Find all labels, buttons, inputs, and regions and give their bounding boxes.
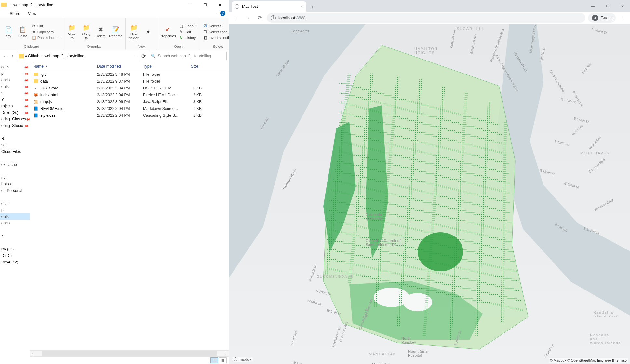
sidebar-item[interactable]: p xyxy=(0,207,30,213)
scroll-left-icon[interactable]: ‹ xyxy=(30,352,36,355)
sidebar-item[interactable]: cess📌 xyxy=(0,64,30,70)
nav-back-button[interactable]: ← xyxy=(2,52,8,60)
attr-osm[interactable]: © OpenStreetMap xyxy=(567,358,596,362)
breadcrumb-dropdown-icon[interactable]: ⌄ xyxy=(134,54,137,58)
sidebar-item[interactable]: sed xyxy=(0,142,30,148)
new-folder-button[interactable]: 📁New folder xyxy=(127,19,141,45)
new-item-button[interactable]: ✦ xyxy=(142,19,155,45)
paste-shortcut-button[interactable]: 📋Paste shortcut xyxy=(31,35,61,40)
browser-tab[interactable]: Map Test × xyxy=(232,1,306,12)
column-date[interactable]: Date modified xyxy=(94,64,140,69)
titlebar[interactable]: | webmap_2_storytelling — ☐ ✕ xyxy=(0,0,229,10)
breadcrumb[interactable]: « Github › webmap_2_storytelling ⌄ xyxy=(17,52,138,60)
menu-view[interactable]: View xyxy=(28,11,36,16)
copy-to-button[interactable]: 📁Copy to xyxy=(80,19,93,45)
sidebar-item[interactable]: ox.cache xyxy=(0,161,30,168)
browser-minimize-button[interactable]: — xyxy=(585,1,600,12)
sidebar-item[interactable]: Y📌 xyxy=(0,96,30,103)
menu-share[interactable]: Share xyxy=(10,11,20,16)
move-to-button[interactable]: 📁Move to xyxy=(65,19,78,45)
browser-menu-button[interactable]: ⋮ xyxy=(618,13,627,22)
scroll-right-icon[interactable]: › xyxy=(223,352,229,355)
paste-button[interactable]: 📋 Paste xyxy=(16,19,29,45)
copy-button[interactable]: 📄 opy xyxy=(2,19,15,45)
open-button[interactable]: ▢Open▾ xyxy=(178,23,198,29)
breadcrumb-item[interactable]: Github xyxy=(28,54,39,58)
help-icon[interactable]: ? xyxy=(220,11,225,16)
properties-button[interactable]: ✔Properties xyxy=(159,19,177,45)
history-button[interactable]: ↻History xyxy=(178,35,198,40)
breadcrumb-root[interactable]: « xyxy=(25,54,27,58)
horizontal-scrollbar[interactable]: ‹ › xyxy=(30,350,229,356)
sidebar-item[interactable]: ects xyxy=(0,200,30,207)
sidebar-item[interactable] xyxy=(0,155,30,161)
new-tab-button[interactable]: + xyxy=(308,3,317,12)
cut-button[interactable]: ✂Cut xyxy=(31,23,61,29)
attr-mapbox[interactable]: © Mapbox xyxy=(550,358,566,362)
nav-up-button[interactable]: ↑ xyxy=(9,52,16,60)
sidebar-item[interactable]: ents xyxy=(0,213,30,220)
sidebar-item[interactable] xyxy=(0,168,30,174)
profile-chip[interactable]: Guest xyxy=(588,13,616,23)
file-row[interactable]: .git2/13/2022 3:48 PMFile folder xyxy=(30,71,229,78)
tab-close-button[interactable]: × xyxy=(301,4,303,9)
sidebar-item[interactable]: s📌 xyxy=(0,90,30,96)
sidebar-item[interactable]: Cloud Files xyxy=(0,148,30,155)
delete-button[interactable]: ✖Delete xyxy=(94,19,107,45)
site-info-icon[interactable]: i xyxy=(271,15,276,20)
file-row[interactable]: 📘style.css2/13/2022 2:04 PMCascading Sty… xyxy=(30,112,229,119)
ribbon-collapse-icon[interactable]: ⌄ xyxy=(216,12,219,15)
attr-improve[interactable]: Improve this map xyxy=(597,358,627,362)
file-row[interactable]: 📜map.js2/13/2022 8:09 PMJavaScript File3… xyxy=(30,98,229,105)
sidebar-item[interactable]: hotos xyxy=(0,181,30,187)
sidebar-item[interactable]: ents📌 xyxy=(0,83,30,90)
file-row[interactable]: data2/13/2022 9:37 PMFile folder xyxy=(30,78,229,85)
map-viewport[interactable]: SUGAR HILLHAMILTONHEIGHTSMOTT HAVENMANHA… xyxy=(229,24,630,364)
rename-button[interactable]: 📝Rename xyxy=(108,19,123,45)
file-row[interactable]: 🦊index.html2/13/2022 2:04 PMFirefox HTML… xyxy=(30,91,229,98)
view-icons-button[interactable]: ▦ xyxy=(219,357,227,363)
browser-reload-button[interactable]: ⟳ xyxy=(255,13,264,22)
column-type[interactable]: Type xyxy=(140,64,179,69)
mapbox-logo[interactable]: mapbox xyxy=(232,357,253,362)
sidebar-item[interactable] xyxy=(0,239,30,246)
copy-path-button[interactable]: ⧉Copy path xyxy=(31,29,61,34)
breadcrumb-item[interactable]: webmap_2_storytelling xyxy=(44,54,84,58)
search-input[interactable]: 🔍 Search webmap_2_storytelling xyxy=(149,52,227,60)
edit-button[interactable]: ✎Edit xyxy=(178,29,198,34)
sidebar-item[interactable]: oads xyxy=(0,220,30,226)
navigation-sidebar[interactable]: cess📌p📌oads📌ents📌s📌Y📌rojects📌Drive (G:)📌… xyxy=(0,62,30,364)
refresh-button[interactable]: ⟳ xyxy=(140,52,147,60)
browser-forward-button[interactable]: → xyxy=(243,13,252,22)
column-name[interactable]: Name▲ xyxy=(30,64,94,69)
sidebar-item[interactable]: Drive (G:) xyxy=(0,259,30,265)
url-input[interactable]: i localhost:8888 xyxy=(267,13,585,23)
sidebar-item[interactable]: e - Personal xyxy=(0,187,30,194)
browser-close-button[interactable]: ✕ xyxy=(615,1,630,12)
scrollbar-track[interactable] xyxy=(42,351,217,356)
sidebar-item[interactable]: p📌 xyxy=(0,70,30,77)
maximize-button[interactable]: ☐ xyxy=(197,0,212,10)
sidebar-item[interactable]: s xyxy=(0,233,30,239)
sidebar-item[interactable]: D (D:) xyxy=(0,252,30,259)
minimize-button[interactable]: — xyxy=(182,0,197,10)
sidebar-item[interactable]: oring_Classes📌 xyxy=(0,116,30,122)
sidebar-item[interactable]: Drive (G:)📌 xyxy=(0,109,30,116)
column-size[interactable]: Size xyxy=(179,64,202,69)
sidebar-item[interactable]: rive xyxy=(0,174,30,181)
sidebar-item[interactable]: R xyxy=(0,135,30,142)
sidebar-item[interactable]: oads📌 xyxy=(0,77,30,83)
view-details-button[interactable]: ☰ xyxy=(210,357,218,363)
history-icon: ↻ xyxy=(179,35,183,40)
sidebar-item[interactable]: oring_Studio📌 xyxy=(0,122,30,129)
sidebar-item[interactable] xyxy=(0,129,30,135)
sidebar-item[interactable]: rojects📌 xyxy=(0,103,30,109)
browser-maximize-button[interactable]: ☐ xyxy=(600,1,615,12)
sidebar-item[interactable]: isk (C:) xyxy=(0,246,30,252)
file-row[interactable]: 📘README.md2/13/2022 2:04 PMMarkdown Sour… xyxy=(30,105,229,112)
file-row[interactable]: ▫.DS_Store2/13/2022 2:04 PMDS_STORE File… xyxy=(30,85,229,91)
sidebar-item[interactable] xyxy=(0,194,30,200)
browser-back-button[interactable]: ← xyxy=(232,13,241,22)
close-button[interactable]: ✕ xyxy=(212,0,227,10)
sidebar-item[interactable] xyxy=(0,226,30,233)
